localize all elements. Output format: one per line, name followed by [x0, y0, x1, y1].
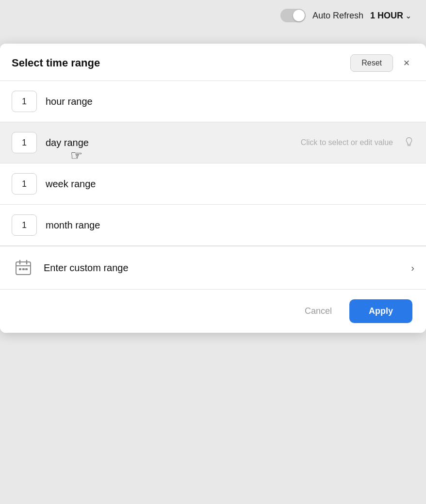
top-bar: Auto Refresh 1 HOUR ⌄ [0, 0, 426, 31]
month-number: 1 [22, 220, 27, 230]
chevron-right-icon: › [411, 262, 414, 274]
month-value-box[interactable]: 1 [12, 214, 37, 236]
reset-button[interactable]: Reset [350, 54, 393, 72]
time-range-modal: Select time range Reset × 1 hour range 1… [0, 44, 426, 333]
calendar-icon [12, 256, 35, 279]
auto-refresh-toggle[interactable] [280, 9, 306, 22]
hour-dropdown[interactable]: 1 HOUR ⌄ [370, 11, 411, 21]
lightbulb-icon [404, 136, 414, 149]
month-range-item[interactable]: 1 month range [0, 205, 426, 245]
week-value-box[interactable]: 1 [12, 173, 37, 195]
close-button[interactable]: × [399, 55, 414, 71]
svg-rect-5 [22, 268, 25, 270]
month-range-label: month range [46, 220, 414, 231]
day-range-label: day range [46, 137, 288, 148]
day-range-hint: Click to select or edit value [301, 138, 393, 147]
auto-refresh-toggle-wrapper[interactable] [280, 9, 306, 22]
hour-range-label: hour range [46, 96, 414, 107]
chevron-down-icon: ⌄ [405, 11, 411, 20]
day-number: 1 [22, 138, 27, 148]
auto-refresh-label: Auto Refresh [312, 11, 363, 21]
custom-range-item[interactable]: Enter custom range › [0, 246, 426, 289]
modal-footer: Cancel Apply [0, 289, 426, 333]
modal-header: Select time range Reset × [0, 44, 426, 81]
header-actions: Reset × [350, 54, 414, 72]
hour-number: 1 [22, 97, 27, 107]
cancel-button[interactable]: Cancel [297, 301, 340, 321]
pointer-cursor-icon: ☞ [70, 147, 82, 163]
week-range-item[interactable]: 1 week range [0, 163, 426, 204]
hour-value: 1 HOUR [370, 11, 403, 21]
svg-rect-6 [25, 268, 28, 270]
day-range-item[interactable]: 1 day range Click to select or edit valu… [0, 122, 426, 163]
hour-range-item[interactable]: 1 hour range [0, 81, 426, 122]
svg-rect-4 [19, 268, 21, 270]
custom-range-label: Enter custom range [44, 262, 402, 274]
week-range-label: week range [46, 179, 414, 190]
hour-value-box[interactable]: 1 [12, 91, 37, 112]
apply-button[interactable]: Apply [349, 299, 412, 323]
range-list: 1 hour range 1 day range Click to select… [0, 81, 426, 289]
toggle-knob [293, 10, 305, 21]
week-number: 1 [22, 179, 27, 189]
day-value-box[interactable]: 1 [12, 132, 37, 153]
modal-title: Select time range [12, 57, 100, 69]
